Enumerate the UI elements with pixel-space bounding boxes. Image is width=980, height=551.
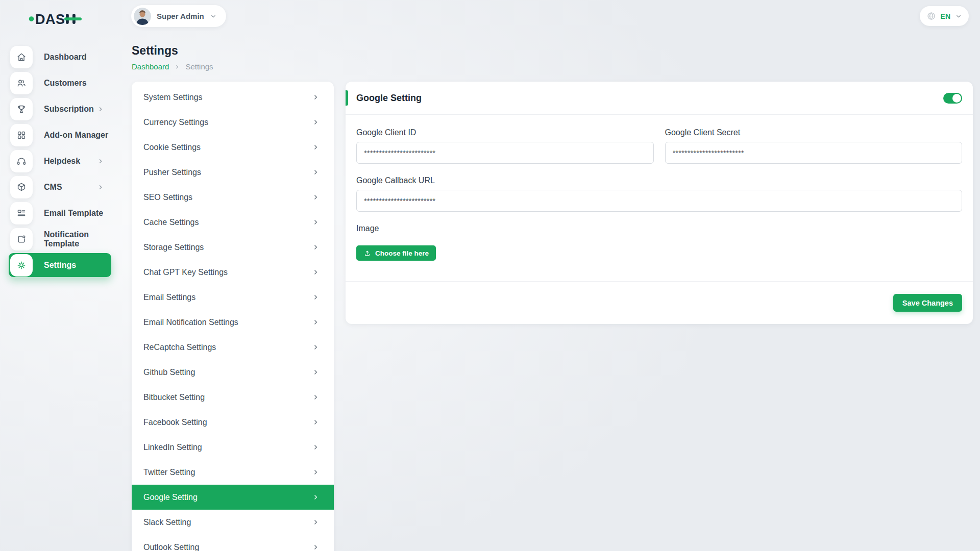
field-label: Google Callback URL bbox=[356, 176, 962, 185]
settings-nav-panel: System Settings Currency Settings Cookie… bbox=[132, 82, 334, 551]
sidebar-nav: Dashboard Customers Subscription Add-on … bbox=[0, 44, 118, 278]
page-title: Settings bbox=[132, 44, 973, 58]
sidebar: DAS Dashboard Customers Subscription Add… bbox=[0, 0, 118, 551]
choose-file-button[interactable]: Choose file here bbox=[356, 245, 436, 261]
google-client-secret-input[interactable] bbox=[665, 142, 963, 164]
headphones-icon bbox=[10, 150, 33, 172]
chevron-right-icon bbox=[312, 218, 320, 226]
chevron-right-icon bbox=[312, 318, 320, 326]
language-code: EN bbox=[941, 12, 950, 20]
card-footer: Save Changes bbox=[346, 281, 973, 324]
chevron-right-icon bbox=[174, 64, 180, 70]
sidebar-item-customers[interactable]: Customers bbox=[0, 70, 118, 96]
user-name: Super Admin bbox=[157, 12, 204, 20]
settings-nav-item-linkedin-setting[interactable]: LinkedIn Setting bbox=[132, 435, 334, 460]
save-changes-button[interactable]: Save Changes bbox=[893, 294, 962, 312]
breadcrumb: Dashboard Settings bbox=[132, 62, 973, 71]
settings-nav-item-facebook-setting[interactable]: Facebook Setting bbox=[132, 410, 334, 435]
chevron-right-icon bbox=[312, 243, 320, 251]
chevron-right-icon bbox=[312, 443, 320, 451]
cube-icon bbox=[10, 176, 33, 198]
grid-icon bbox=[10, 124, 33, 146]
chevron-right-icon bbox=[97, 184, 104, 191]
sidebar-item-addon-manager[interactable]: Add-on Manager bbox=[0, 122, 118, 148]
settings-nav-item-github-setting[interactable]: Github Setting bbox=[132, 360, 334, 385]
gear-icon bbox=[10, 254, 33, 277]
home-icon bbox=[10, 46, 33, 68]
chevron-right-icon bbox=[312, 418, 320, 426]
chevron-right-icon bbox=[312, 293, 320, 301]
chevron-right-icon bbox=[312, 343, 320, 351]
toggle-knob bbox=[952, 94, 961, 103]
notification-template-icon bbox=[10, 228, 33, 251]
chevron-right-icon bbox=[312, 393, 320, 401]
settings-nav-item-recaptcha-settings[interactable]: ReCaptcha Settings bbox=[132, 335, 334, 360]
chevron-right-icon bbox=[312, 368, 320, 376]
chevron-right-icon bbox=[312, 543, 320, 551]
settings-nav-item-system-settings[interactable]: System Settings bbox=[132, 85, 334, 110]
field-google-client-secret: Google Client Secret bbox=[665, 128, 963, 164]
chevron-right-icon bbox=[97, 106, 104, 113]
google-setting-card: Google Setting Google Client ID Google C… bbox=[346, 82, 973, 324]
user-menu[interactable]: Super Admin bbox=[131, 5, 226, 27]
avatar bbox=[134, 8, 151, 25]
email-template-icon bbox=[10, 202, 33, 224]
chevron-right-icon bbox=[312, 143, 320, 151]
chevron-down-icon bbox=[210, 13, 217, 20]
settings-nav-item-seo-settings[interactable]: SEO Settings bbox=[132, 185, 334, 210]
settings-nav-item-email-settings[interactable]: Email Settings bbox=[132, 285, 334, 310]
google-setting-toggle[interactable] bbox=[943, 93, 962, 104]
google-callback-url-input[interactable] bbox=[356, 190, 962, 212]
field-google-callback-url: Google Callback URL bbox=[356, 176, 962, 212]
chevron-right-icon bbox=[97, 158, 104, 165]
settings-nav-item-bitbucket-setting[interactable]: Bitbucket Setting bbox=[132, 385, 334, 410]
chevron-right-icon bbox=[312, 518, 320, 526]
chevron-right-icon bbox=[312, 118, 320, 126]
sidebar-item-helpdesk[interactable]: Helpdesk bbox=[0, 148, 118, 174]
sidebar-item-notification-template[interactable]: Notification Template bbox=[0, 226, 118, 252]
app-logo[interactable]: DAS bbox=[29, 9, 90, 28]
settings-nav-item-slack-setting[interactable]: Slack Setting bbox=[132, 510, 334, 535]
field-label: Google Client Secret bbox=[665, 128, 963, 137]
settings-nav-item-cache-settings[interactable]: Cache Settings bbox=[132, 210, 334, 235]
accent-bar bbox=[346, 90, 348, 106]
chevron-right-icon bbox=[312, 268, 320, 276]
settings-nav-item-storage-settings[interactable]: Storage Settings bbox=[132, 235, 334, 260]
settings-nav-item-cookie-settings[interactable]: Cookie Settings bbox=[132, 135, 334, 160]
settings-nav-item-email-notification-settings[interactable]: Email Notification Settings bbox=[132, 310, 334, 335]
upload-icon bbox=[363, 249, 371, 257]
settings-nav-item-google-setting[interactable]: Google Setting bbox=[132, 485, 334, 510]
field-google-client-id: Google Client ID bbox=[356, 128, 654, 164]
language-selector[interactable]: EN bbox=[920, 6, 969, 26]
chevron-right-icon bbox=[312, 493, 320, 501]
settings-nav-item-currency-settings[interactable]: Currency Settings bbox=[132, 110, 334, 135]
chevron-right-icon bbox=[312, 93, 320, 101]
chevron-right-icon bbox=[312, 193, 320, 201]
settings-nav-item-twitter-setting[interactable]: Twitter Setting bbox=[132, 460, 334, 485]
sidebar-item-settings[interactable]: Settings bbox=[0, 252, 118, 278]
google-client-id-input[interactable] bbox=[356, 142, 654, 164]
users-icon bbox=[10, 72, 33, 94]
trophy-icon bbox=[10, 98, 33, 120]
image-label: Image bbox=[356, 224, 962, 233]
image-upload-block: Image Choose file here bbox=[356, 224, 962, 261]
main-content: Settings Dashboard Settings System Setti… bbox=[132, 44, 973, 551]
settings-nav-item-pusher-settings[interactable]: Pusher Settings bbox=[132, 160, 334, 185]
chevron-right-icon bbox=[312, 468, 320, 476]
globe-icon bbox=[926, 11, 936, 21]
field-label: Google Client ID bbox=[356, 128, 654, 137]
sidebar-item-dashboard[interactable]: Dashboard bbox=[0, 44, 118, 70]
breadcrumb-current: Settings bbox=[185, 62, 213, 71]
settings-nav-item-outlook-setting[interactable]: Outlook Setting bbox=[132, 535, 334, 551]
breadcrumb-dashboard-link[interactable]: Dashboard bbox=[132, 62, 169, 71]
chevron-right-icon bbox=[312, 168, 320, 176]
svg-text:DAS: DAS bbox=[35, 12, 65, 27]
sidebar-item-cms[interactable]: CMS bbox=[0, 174, 118, 200]
card-body: Google Client ID Google Client Secret Go… bbox=[346, 115, 973, 281]
card-header: Google Setting bbox=[346, 82, 973, 115]
sidebar-item-email-template[interactable]: Email Template bbox=[0, 200, 118, 226]
chevron-down-icon bbox=[955, 13, 962, 20]
settings-nav-item-chat-gpt-key-settings[interactable]: Chat GPT Key Settings bbox=[132, 260, 334, 285]
dash-logo-icon: DAS bbox=[29, 9, 90, 28]
sidebar-item-subscription[interactable]: Subscription bbox=[0, 96, 118, 122]
